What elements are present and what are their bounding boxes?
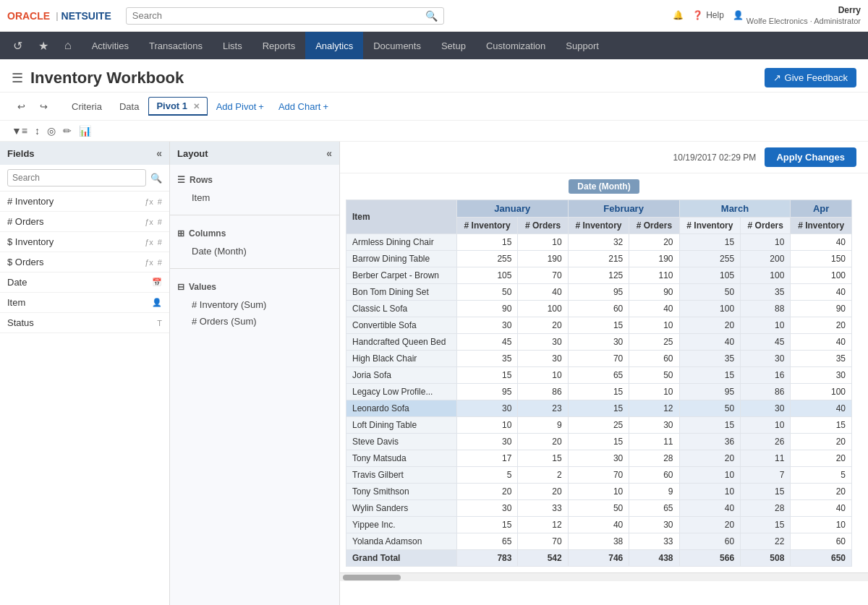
fields-collapse-icon[interactable]: «: [156, 147, 162, 159]
scroll-thumb[interactable]: [343, 575, 401, 580]
tab-pivot1[interactable]: Pivot 1 ✕: [148, 97, 207, 116]
field-item-dollar-orders[interactable]: $ Orders ƒx #: [0, 252, 169, 273]
horizontal-scrollbar[interactable]: [340, 572, 868, 581]
feedback-icon: ↗: [773, 72, 781, 83]
help-label: Help: [706, 10, 724, 20]
table-cell: 215: [568, 251, 629, 267]
search-bar[interactable]: 🔍: [126, 7, 444, 25]
help-button[interactable]: ❓ Help: [692, 10, 724, 20]
tab-area: Criteria Data Pivot 1 ✕: [64, 97, 208, 116]
table-cell: 15: [679, 417, 741, 434]
layout-values-header: ⊟ Values: [177, 278, 332, 296]
tab-data[interactable]: Data: [111, 98, 147, 116]
table-cell: 20: [456, 484, 518, 500]
field-item-dollar-inventory[interactable]: $ Inventory ƒx #: [0, 232, 169, 252]
table-cell: Yolanda Adamson: [346, 533, 457, 550]
give-feedback-label: Give Feedback: [785, 72, 848, 83]
notifications-button[interactable]: 🔔: [673, 10, 684, 20]
layout-collapse-icon[interactable]: «: [326, 147, 332, 159]
add-chart-button[interactable]: Add Chart +: [273, 98, 334, 115]
sort-icon[interactable]: ↕: [35, 125, 40, 137]
table-cell: 15: [568, 400, 629, 417]
grand-total-cell: 566: [679, 550, 741, 567]
tab-criteria[interactable]: Criteria: [64, 98, 110, 116]
table-cell: 35: [741, 284, 791, 301]
table-cell: 15: [791, 417, 852, 434]
give-feedback-button[interactable]: ↗ Give Feedback: [765, 68, 856, 87]
field-dollar-orders-icons: ƒx #: [145, 258, 162, 267]
table-cell: 15: [568, 434, 629, 450]
logo-oracle: ORACLE: [7, 10, 50, 22]
pivot-table-wrap[interactable]: Item January February March Apr # Invent…: [346, 199, 862, 567]
search-button[interactable]: 🔍: [425, 10, 438, 22]
table-cell: 88: [741, 301, 791, 317]
nav-home-icon[interactable]: ⌂: [59, 35, 77, 56]
hamburger-icon[interactable]: ☰: [12, 70, 23, 86]
table-cell: 10: [456, 417, 518, 434]
nav-reports[interactable]: Reports: [252, 32, 306, 59]
feb-inventory-header: # Inventory: [568, 218, 629, 234]
field-item-item[interactable]: Item 👤: [0, 293, 169, 313]
undo-button[interactable]: ↩: [12, 98, 31, 115]
apply-changes-button[interactable]: Apply Changes: [765, 147, 856, 167]
user-menu[interactable]: 👤 Derry Wolfe Electronics · Administrato…: [733, 5, 861, 27]
fields-search-input[interactable]: [7, 169, 146, 186]
edit-icon[interactable]: ✏: [63, 125, 72, 137]
rows-icon: ☰: [177, 175, 185, 185]
table-row: Travis Gilbert5270601075: [346, 467, 852, 484]
redo-button[interactable]: ↪: [34, 98, 54, 115]
field-item-orders[interactable]: # Orders ƒx #: [0, 212, 169, 232]
table-row: Berber Carpet - Brown1057012511010510010…: [346, 267, 852, 284]
circle-icon[interactable]: ◎: [47, 125, 56, 137]
table-cell: 125: [568, 267, 629, 284]
table-cell: 20: [518, 484, 568, 500]
field-item-inventory[interactable]: # Inventory ƒx #: [0, 192, 169, 212]
layout-value-orders[interactable]: # Orders (Sum): [177, 313, 332, 330]
nav-support[interactable]: Support: [556, 32, 609, 59]
table-cell: 60: [629, 467, 679, 484]
table-cell: 50: [629, 367, 679, 384]
nav-transactions[interactable]: Transactions: [139, 32, 213, 59]
table-row: Convertible Sofa30201510201020: [346, 317, 852, 334]
table-cell: 50: [679, 284, 741, 301]
nav-analytics[interactable]: Analytics: [305, 32, 363, 59]
nav-customization[interactable]: Customization: [476, 32, 556, 59]
layout-value-inventory[interactable]: # Inventory (Sum): [177, 296, 332, 313]
tab-pivot1-close[interactable]: ✕: [193, 102, 200, 111]
nav-star-icon[interactable]: ★: [33, 35, 54, 57]
nav-back-icon[interactable]: ↺: [7, 35, 28, 57]
layout-columns-section: ⊞ Columns Date (Month): [170, 218, 339, 265]
fields-title: Fields: [7, 148, 35, 159]
nav-setup[interactable]: Setup: [431, 32, 476, 59]
field-item-status[interactable]: Status T: [0, 313, 169, 333]
layout-column-date[interactable]: Date (Month): [177, 243, 332, 259]
chart-icon[interactable]: 📊: [79, 125, 91, 137]
table-cell: Leonardo Sofa: [346, 400, 457, 417]
table-cell: 15: [518, 450, 568, 467]
field-item-date[interactable]: Date 📅: [0, 273, 169, 293]
table-cell: 10: [679, 467, 741, 484]
table-cell: 40: [791, 500, 852, 517]
field-status-label: Status: [7, 317, 157, 328]
table-cell: 15: [679, 367, 741, 384]
grand-total-cell: 650: [791, 550, 852, 567]
nav-activities[interactable]: Activities: [82, 32, 139, 59]
table-cell: 100: [791, 267, 852, 284]
table-row: Yolanda Adamson65703833602260: [346, 533, 852, 550]
table-cell: 36: [679, 434, 741, 450]
table-row: Handcrafted Queen Bed45303025404540: [346, 334, 852, 351]
table-cell: 23: [518, 400, 568, 417]
field-date-label: Date: [7, 277, 152, 288]
filter-icon[interactable]: ▼≡: [12, 125, 27, 137]
table-cell: 60: [791, 533, 852, 550]
table-cell: 60: [568, 301, 629, 317]
nav-documents[interactable]: Documents: [363, 32, 431, 59]
field-dollar-inventory-label: $ Inventory: [7, 236, 145, 247]
search-input[interactable]: [132, 10, 425, 21]
nav-lists[interactable]: Lists: [213, 32, 252, 59]
layout-row-item[interactable]: Item: [177, 189, 332, 206]
table-row: Armless Dining Chair15103220151040: [346, 234, 852, 251]
table-cell: 30: [456, 500, 518, 517]
table-cell: 50: [568, 500, 629, 517]
add-pivot-button[interactable]: Add Pivot +: [210, 98, 270, 115]
